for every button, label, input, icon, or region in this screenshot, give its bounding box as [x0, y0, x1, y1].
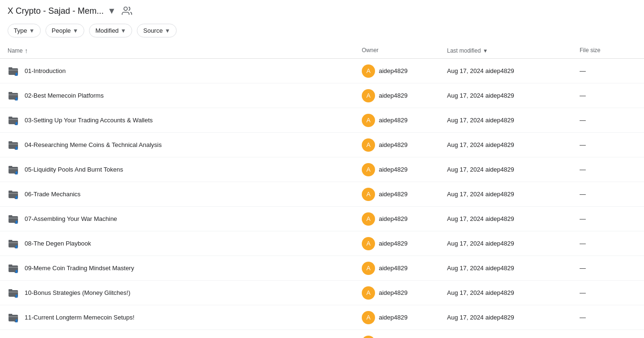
table-row[interactable]: 👤 04-Researching Meme Coins & Technical …	[0, 133, 644, 157]
table-row[interactable]: 👤 03-Setting Up Your Trading Accounts & …	[0, 108, 644, 133]
row-file-name: 05-Liquidity Pools And Burnt Tokens	[25, 166, 123, 173]
row-owner-cell: A aidep4829	[362, 64, 447, 78]
row-file-size: —	[580, 67, 636, 74]
row-owner-name: aidep4829	[379, 191, 408, 198]
row-last-modified: Aug 17, 2024 aidep4829	[447, 265, 580, 272]
table-row[interactable]: 👤 12-Base Network Memecoin Trading A aid…	[0, 330, 644, 338]
row-last-modified: Aug 17, 2024 aidep4829	[447, 67, 580, 74]
filter-modified-button[interactable]: Modified ▼	[89, 24, 132, 37]
row-owner-name: aidep4829	[379, 314, 408, 321]
svg-text:👤: 👤	[15, 171, 18, 175]
row-file-size: —	[580, 265, 636, 272]
avatar: A	[362, 89, 375, 102]
svg-text:👤: 👤	[15, 270, 18, 274]
row-last-modified: Aug 17, 2024 aidep4829	[447, 289, 580, 296]
shared-folder-icon: 👤	[8, 238, 19, 249]
row-name-cell: 👤 06-Trade Mechanics	[8, 189, 362, 200]
shared-folder-icon: 👤	[8, 312, 19, 323]
svg-text:👤: 👤	[15, 319, 18, 323]
row-owner-cell: A aidep4829	[362, 89, 447, 102]
row-name-cell: 👤 11-Current Longterm Memecoin Setups!	[8, 312, 362, 323]
row-file-size: —	[580, 240, 636, 247]
row-name-cell: 👤 10-Bonus Strategies (Money Glitches!)	[8, 287, 362, 299]
row-name-cell: 👤 09-Meme Coin Trading Mindset Mastery	[8, 263, 362, 274]
filter-source-button[interactable]: Source ▼	[137, 24, 176, 37]
filter-people-button[interactable]: People ▼	[45, 24, 84, 37]
title-chevron-icon[interactable]: ▼	[107, 6, 116, 16]
avatar: A	[362, 262, 375, 275]
row-file-name: 01-Introduction	[25, 67, 66, 74]
shared-folder-icon: 👤	[8, 263, 19, 274]
row-owner-cell: A aidep4829	[362, 262, 447, 275]
filter-type-button[interactable]: Type ▼	[8, 24, 41, 37]
table-body: 👤 01-Introduction A aidep4829 Aug 17, 20…	[0, 59, 644, 338]
shared-folder-icon: 👤	[8, 164, 19, 175]
row-last-modified: Aug 17, 2024 aidep4829	[447, 240, 580, 247]
row-owner-name: aidep4829	[379, 166, 408, 173]
row-owner-cell: A aidep4829	[362, 138, 447, 152]
svg-point-0	[124, 7, 127, 10]
row-owner-name: aidep4829	[379, 215, 408, 222]
row-file-name: 04-Researching Meme Coins & Technical An…	[25, 141, 162, 148]
svg-text:👤: 👤	[15, 294, 18, 298]
row-file-size: —	[580, 289, 636, 296]
avatar: A	[362, 138, 375, 152]
filter-type-chevron-icon: ▼	[29, 27, 35, 34]
manage-people-icon[interactable]	[122, 6, 132, 16]
page-title: X Crypto - Sajad - Mem...	[8, 6, 104, 16]
svg-text:👤: 👤	[15, 97, 18, 101]
avatar: A	[362, 336, 375, 338]
column-name-sort-icon[interactable]: ↑	[25, 47, 28, 55]
row-owner-name: aidep4829	[379, 265, 408, 272]
svg-rect-38	[9, 289, 12, 291]
row-name-cell: 👤 08-The Degen Playbook	[8, 238, 362, 249]
table-row[interactable]: 👤 10-Bonus Strategies (Money Glitches!) …	[0, 281, 644, 305]
row-owner-cell: A aidep4829	[362, 212, 447, 226]
svg-text:👤: 👤	[15, 220, 18, 224]
row-last-modified: Aug 17, 2024 aidep4829	[447, 191, 580, 198]
table-row[interactable]: 👤 07-Assembling Your War Machine A aidep…	[0, 207, 644, 231]
table-row[interactable]: 👤 01-Introduction A aidep4829 Aug 17, 20…	[0, 59, 644, 83]
shared-folder-icon: 👤	[8, 65, 19, 77]
row-last-modified: Aug 17, 2024 aidep4829	[447, 166, 580, 173]
table-row[interactable]: 👤 11-Current Longterm Memecoin Setups! A…	[0, 305, 644, 330]
row-name-cell: 👤 07-Assembling Your War Machine	[8, 213, 362, 225]
column-file-size[interactable]: File size	[580, 47, 636, 55]
filter-people-chevron-icon: ▼	[73, 27, 79, 34]
svg-text:👤: 👤	[15, 196, 18, 200]
filter-source-label: Source	[143, 27, 162, 34]
table-row[interactable]: 👤 08-The Degen Playbook A aidep4829 Aug …	[0, 231, 644, 256]
row-name-cell: 👤 12-Base Network Memecoin Trading	[8, 337, 362, 338]
table-row[interactable]: 👤 05-Liquidity Pools And Burnt Tokens A …	[0, 157, 644, 182]
row-file-size: —	[580, 141, 636, 148]
svg-text:👤: 👤	[15, 73, 18, 76]
filter-modified-chevron-icon: ▼	[121, 27, 126, 34]
avatar: A	[362, 311, 375, 324]
row-last-modified: Aug 17, 2024 aidep4829	[447, 215, 580, 222]
table-row[interactable]: 👤 09-Meme Coin Trading Mindset Mastery A…	[0, 256, 644, 281]
filters-bar: Type ▼ People ▼ Modified ▼ Source ▼	[0, 20, 644, 43]
row-file-name: 02-Best Memecoin Platforms	[25, 92, 104, 99]
row-name-cell: 👤 04-Researching Meme Coins & Technical …	[8, 139, 362, 151]
column-last-modified[interactable]: Last modified ▼	[447, 47, 580, 55]
row-file-size: —	[580, 166, 636, 173]
row-owner-cell: A aidep4829	[362, 311, 447, 324]
shared-folder-icon: 👤	[8, 90, 19, 101]
column-owner[interactable]: Owner	[362, 47, 447, 55]
column-name[interactable]: Name ↑	[8, 47, 362, 55]
table-row[interactable]: 👤 02-Best Memecoin Platforms A aidep4829…	[0, 83, 644, 108]
table-row[interactable]: 👤 06-Trade Mechanics A aidep4829 Aug 17,…	[0, 182, 644, 207]
svg-rect-18	[9, 166, 12, 168]
row-file-name: 07-Assembling Your War Machine	[25, 215, 117, 222]
avatar: A	[362, 114, 375, 127]
filter-source-chevron-icon: ▼	[165, 27, 170, 34]
svg-text:👤: 👤	[15, 122, 18, 126]
svg-rect-34	[9, 265, 12, 266]
svg-rect-14	[9, 141, 12, 143]
row-name-cell: 👤 05-Liquidity Pools And Burnt Tokens	[8, 164, 362, 175]
column-last-modified-sort-icon: ▼	[483, 48, 488, 54]
svg-rect-30	[9, 240, 12, 242]
avatar: A	[362, 163, 375, 176]
avatar: A	[362, 212, 375, 226]
shared-folder-icon: 👤	[8, 115, 19, 126]
